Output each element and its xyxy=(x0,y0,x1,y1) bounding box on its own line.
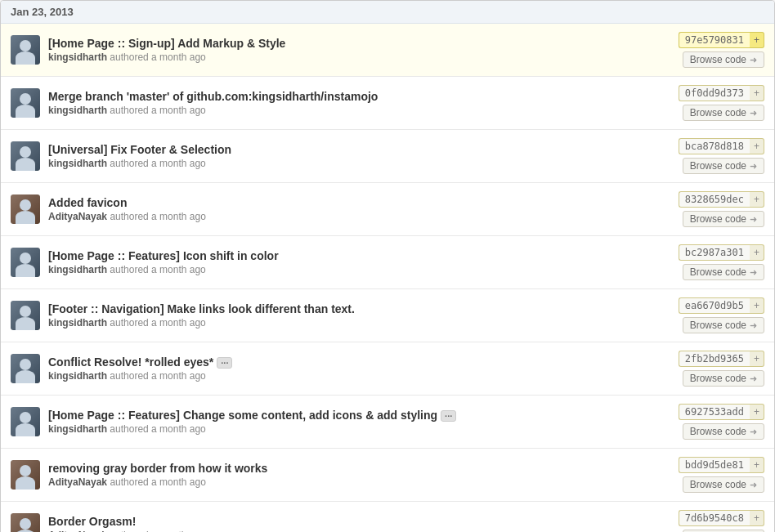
commit-title: Merge branch 'master' of github.com:king… xyxy=(48,90,670,103)
commit-row: Border Orgasm! AdityaNayak authored a mo… xyxy=(1,502,774,532)
browse-code-label: Browse code xyxy=(690,373,746,384)
commit-row: Added favicon AdityaNayak authored a mon… xyxy=(1,183,774,236)
commit-row: removing gray border from how it works A… xyxy=(1,449,774,502)
commit-info: Merge branch 'master' of github.com:king… xyxy=(48,90,670,116)
hash-plus-button[interactable]: + xyxy=(750,138,764,154)
avatar xyxy=(11,35,40,65)
commit-hash: 6927533add + xyxy=(679,404,764,420)
commit-hash: 97e5790831 + xyxy=(679,32,764,48)
commit-actions: bc2987a301 + Browse code ➜ xyxy=(679,244,764,280)
browse-arrow-icon: ➜ xyxy=(750,480,757,490)
commit-time: authored a month ago xyxy=(110,51,205,63)
commit-author: kingsidharth xyxy=(48,370,107,382)
commit-time: authored a month ago xyxy=(110,370,205,382)
commit-row: [Home Page :: Features] Icon shift in co… xyxy=(1,236,774,289)
browse-code-label: Browse code xyxy=(690,266,746,278)
hash-badge: 8328659dec xyxy=(679,191,750,208)
browse-arrow-icon: ➜ xyxy=(750,320,757,331)
commit-title: removing gray border from how it works xyxy=(48,462,670,475)
browse-code-button[interactable]: Browse code ➜ xyxy=(683,51,764,68)
browse-arrow-icon: ➜ xyxy=(750,161,757,172)
commit-meta: kingsidharth authored a month ago xyxy=(48,105,670,116)
browse-code-button[interactable]: Browse code ➜ xyxy=(683,476,764,493)
avatar xyxy=(11,460,40,490)
browse-code-button[interactable]: Browse code ➜ xyxy=(683,317,764,333)
hash-plus-button[interactable]: + xyxy=(750,297,764,314)
commit-info: Border Orgasm! AdityaNayak authored a mo… xyxy=(48,515,670,532)
commit-info: [Home Page :: Sign-up] Add Markup & Styl… xyxy=(48,37,670,63)
commit-time: authored a month ago xyxy=(110,264,205,275)
commit-row: [Footer :: Navigation] Make links look d… xyxy=(1,289,774,342)
commit-title: [Home Page :: Sign-up] Add Markup & Styl… xyxy=(48,37,670,50)
commit-hash: 8328659dec + xyxy=(679,191,764,208)
browse-code-button[interactable]: Browse code ➜ xyxy=(683,264,764,280)
commit-info: [Home Page :: Features] Icon shift in co… xyxy=(48,249,670,275)
commit-time: authored a month ago xyxy=(110,476,205,488)
commit-info: [Home Page :: Features] Change some cont… xyxy=(48,409,670,435)
browse-code-label: Browse code xyxy=(690,54,746,65)
commit-author: kingsidharth xyxy=(48,105,107,116)
commit-actions: ea6670d9b5 + Browse code ➜ xyxy=(679,297,764,333)
browse-code-button[interactable]: Browse code ➜ xyxy=(683,423,764,440)
commit-actions: 0f0dd9d373 + Browse code ➜ xyxy=(679,85,764,121)
commit-time: authored a month ago xyxy=(110,317,205,329)
avatar xyxy=(11,407,40,436)
hash-plus-button[interactable]: + xyxy=(750,351,764,367)
browse-code-button[interactable]: Browse code ➜ xyxy=(683,105,764,121)
commit-hash: bca878d818 + xyxy=(679,138,764,154)
commit-actions: 8328659dec + Browse code ➜ xyxy=(679,191,764,227)
browse-arrow-icon: ➜ xyxy=(750,373,757,384)
hash-plus-button[interactable]: + xyxy=(750,510,764,526)
commit-title: [Home Page :: Features] Change some cont… xyxy=(48,409,670,422)
avatar xyxy=(11,248,40,277)
browse-code-label: Browse code xyxy=(690,160,746,172)
commit-author: kingsidharth xyxy=(48,264,107,275)
commit-meta: kingsidharth authored a month ago xyxy=(48,423,670,435)
hash-plus-button[interactable]: + xyxy=(750,244,764,261)
commit-author: kingsidharth xyxy=(48,423,107,435)
ellipsis-button[interactable]: ··· xyxy=(217,357,232,369)
commit-actions: bdd9d5de81 + Browse code ➜ xyxy=(679,457,764,493)
commit-hash: 0f0dd9d373 + xyxy=(679,85,764,101)
browse-code-label: Browse code xyxy=(690,479,746,490)
hash-plus-button[interactable]: + xyxy=(750,404,764,420)
commit-title: Conflict Resolve! *rolled eyes*··· xyxy=(48,355,670,369)
commit-meta: kingsidharth authored a month ago xyxy=(48,264,670,275)
commit-meta: kingsidharth authored a month ago xyxy=(48,158,670,169)
commit-info: Conflict Resolve! *rolled eyes*··· kings… xyxy=(48,355,670,382)
browse-code-label: Browse code xyxy=(690,213,746,225)
avatar xyxy=(11,194,40,224)
commit-author: kingsidharth xyxy=(48,158,107,169)
hash-plus-button[interactable]: + xyxy=(750,457,764,473)
date-header: Jan 23, 2013 xyxy=(1,1,774,24)
browse-code-label: Browse code xyxy=(690,426,746,437)
commit-time: authored a month ago xyxy=(110,211,205,222)
commit-title: [Universal] Fix Footer & Selection xyxy=(48,143,670,156)
commit-actions: 97e5790831 + Browse code ➜ xyxy=(679,32,764,68)
commits-container: Jan 23, 2013 [Home Page :: Sign-up] Add … xyxy=(0,0,775,532)
commit-meta: AdityaNayak authored a month ago xyxy=(48,476,670,488)
commit-row: [Home Page :: Sign-up] Add Markup & Styl… xyxy=(1,24,774,77)
hash-badge: 6927533add xyxy=(679,404,750,420)
commit-info: Added favicon AdityaNayak authored a mon… xyxy=(48,196,670,222)
commit-meta: AdityaNayak authored a month ago xyxy=(48,211,670,222)
commit-actions: 7d6b9540c8 + Browse code ➜ xyxy=(679,510,764,532)
browse-arrow-icon: ➜ xyxy=(750,267,757,278)
ellipsis-button[interactable]: ··· xyxy=(441,410,456,422)
commit-meta: kingsidharth authored a month ago xyxy=(48,370,670,382)
commit-time: authored a month ago xyxy=(110,423,205,435)
commit-actions: 6927533add + Browse code ➜ xyxy=(679,404,764,440)
commit-title: [Home Page :: Features] Icon shift in co… xyxy=(48,249,670,262)
browse-code-label: Browse code xyxy=(690,107,746,118)
browse-code-button[interactable]: Browse code ➜ xyxy=(683,211,764,227)
hash-plus-button[interactable]: + xyxy=(750,85,764,101)
browse-code-button[interactable]: Browse code ➜ xyxy=(683,370,764,387)
hash-plus-button[interactable]: + xyxy=(750,191,764,208)
browse-code-button[interactable]: Browse code ➜ xyxy=(683,158,764,174)
commit-time: authored a month ago xyxy=(110,158,205,169)
hash-badge: bdd9d5de81 xyxy=(679,457,750,473)
avatar xyxy=(11,301,40,330)
commit-title: Added favicon xyxy=(48,196,670,209)
hash-plus-button[interactable]: + xyxy=(750,32,764,48)
commit-row: [Universal] Fix Footer & Selection kings… xyxy=(1,130,774,183)
